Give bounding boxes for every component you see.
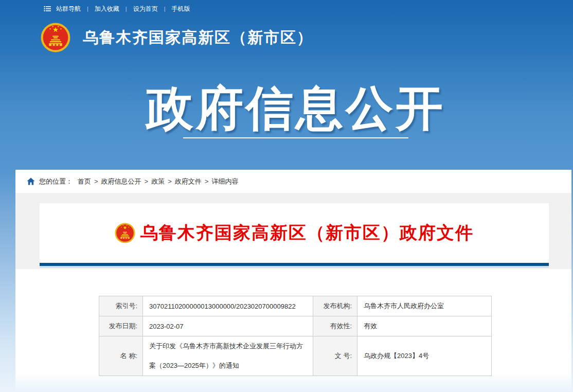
document-name-label: 名 称: bbox=[99, 336, 143, 376]
publish-date-value: 2023-02-07 bbox=[143, 316, 313, 336]
publish-date-label: 发布日期: bbox=[99, 316, 143, 336]
document-title-card: 乌鲁木齐国家高新区（新市区）政府文件 bbox=[40, 203, 549, 266]
banner-underline bbox=[183, 137, 408, 138]
document-info-table: 索引号: 30702110200000013000000/20230207000… bbox=[99, 296, 492, 376]
document-number-value: 乌政办规【2023】4号 bbox=[357, 336, 492, 376]
topnav-item-add-favorite[interactable]: 加入收藏 bbox=[94, 5, 120, 13]
breadcrumb: 您的位置： 首页 > 政府信息公开 > 政策 > 政府文件 > 详细内容 bbox=[15, 170, 571, 193]
site-brand: 乌鲁木齐国家高新区（新市区） bbox=[41, 23, 313, 52]
breadcrumb-separator: > bbox=[205, 177, 209, 185]
topnav-item-site-group-nav[interactable]: 站群导航 bbox=[55, 5, 82, 13]
table-row: 名 称: 关于印发《乌鲁木齐市高新技术企业发展三年行动方案（2023—2025年… bbox=[99, 336, 492, 376]
issuing-agency-value: 乌鲁木齐市人民政府办公室 bbox=[357, 296, 492, 316]
breadcrumb-separator: > bbox=[94, 177, 98, 185]
document-title: 乌鲁木齐国家高新区（新市区）政府文件 bbox=[140, 221, 474, 245]
site-group-list-icon bbox=[44, 6, 51, 12]
banner-title: 政府信息公开 bbox=[19, 80, 573, 136]
breadcrumb-item-gov-info[interactable]: 政府信息公开 bbox=[101, 177, 141, 186]
top-nav: 站群导航 | 加入收藏 | 设为首页 | 手机版 bbox=[44, 4, 191, 14]
home-icon bbox=[27, 177, 35, 185]
national-emblem-icon bbox=[115, 223, 135, 243]
banner: 政府信息公开 bbox=[0, 80, 573, 138]
topnav-item-mobile-version[interactable]: 手机版 bbox=[171, 5, 191, 13]
site-title[interactable]: 乌鲁木齐国家高新区（新市区） bbox=[83, 27, 313, 48]
validity-value: 有效 bbox=[357, 316, 492, 336]
topnav-item-set-homepage[interactable]: 设为首页 bbox=[132, 5, 159, 13]
index-number-label: 索引号: bbox=[99, 296, 143, 316]
page: 站群导航 | 加入收藏 | 设为首页 | 手机版 乌鲁木齐国家高新区（新市区） … bbox=[0, 0, 573, 392]
table-row: 索引号: 30702110200000013000000/20230207000… bbox=[99, 296, 492, 316]
breadcrumb-item-policy[interactable]: 政策 bbox=[151, 177, 165, 186]
document-number-label: 文 号: bbox=[313, 336, 357, 376]
breadcrumb-separator: > bbox=[145, 177, 149, 185]
validity-label: 有效性: bbox=[313, 316, 357, 336]
breadcrumb-item-home[interactable]: 首页 bbox=[78, 177, 91, 186]
topnav-separator: | bbox=[87, 6, 88, 12]
table-row: 发布日期: 2023-02-07 有效性: 有效 bbox=[99, 316, 492, 336]
national-emblem-logo[interactable] bbox=[41, 23, 70, 52]
breadcrumb-item-detail: 详细内容 bbox=[211, 177, 238, 186]
issuing-agency-label: 发布机构: bbox=[313, 296, 357, 316]
document-name-value: 关于印发《乌鲁木齐市高新技术企业发展三年行动方案（2023—2025年）》的通知 bbox=[143, 336, 313, 376]
breadcrumb-separator: > bbox=[168, 177, 172, 185]
breadcrumb-item-gov-files[interactable]: 政府文件 bbox=[175, 177, 202, 186]
topnav-separator: | bbox=[126, 6, 127, 12]
index-number-value: 30702110200000013000000/2023020700009822 bbox=[143, 296, 313, 316]
breadcrumb-prefix: 您的位置： bbox=[39, 177, 73, 186]
topnav-separator: | bbox=[164, 6, 166, 12]
